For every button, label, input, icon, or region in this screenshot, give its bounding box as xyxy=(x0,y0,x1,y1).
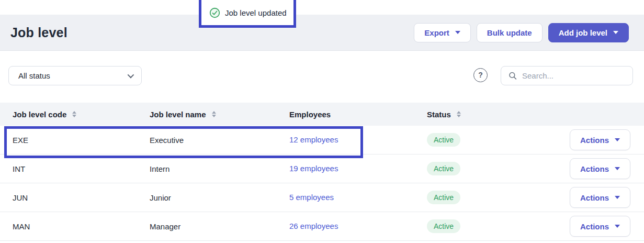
table-header-row: Job level code Job level name Employees … xyxy=(0,103,644,126)
column-header-label: Employees xyxy=(289,110,331,119)
job-level-name: Manager xyxy=(150,222,289,231)
toast-message: Job level updated xyxy=(225,8,287,17)
search-icon xyxy=(508,71,517,81)
sort-icon[interactable] xyxy=(457,111,461,117)
status-badge: Active xyxy=(427,191,460,204)
export-button-label: Export xyxy=(424,28,449,37)
column-header-job-level-name[interactable]: Job level name xyxy=(150,110,289,119)
status-badge: Active xyxy=(427,219,460,233)
chevron-down-icon xyxy=(455,31,460,34)
table-row-int: INT Intern 19 employees Active Actions xyxy=(0,154,644,183)
actions-button-label: Actions xyxy=(580,222,609,231)
table-row-jun: JUN Junior 5 employees Active Actions xyxy=(0,183,644,212)
employees-link[interactable]: 19 employees xyxy=(289,164,338,173)
employees-link[interactable]: 12 employees xyxy=(289,135,338,144)
help-icon[interactable]: ? xyxy=(473,68,488,82)
status-filter-value: All status xyxy=(18,71,50,80)
actions-button-label: Actions xyxy=(580,136,609,145)
column-header-label: Status xyxy=(427,110,451,119)
chevron-down-icon xyxy=(615,138,620,141)
employees-link[interactable]: 26 employees xyxy=(289,222,338,230)
table-row-man: MAN Manager 26 employees Active Actions xyxy=(0,212,644,241)
bulk-update-button-label: Bulk update xyxy=(487,28,532,37)
toast-annotation-box: Job level updated xyxy=(199,0,296,28)
check-circle-icon xyxy=(209,7,220,18)
chevron-down-icon xyxy=(613,31,618,34)
actions-button[interactable]: Actions xyxy=(570,158,630,179)
actions-button[interactable]: Actions xyxy=(570,216,630,237)
job-level-code: EXE xyxy=(13,136,150,145)
job-level-name: Executive xyxy=(150,136,289,145)
column-header-job-level-code[interactable]: Job level code xyxy=(13,110,150,119)
chevron-down-icon xyxy=(615,167,620,170)
search-box xyxy=(501,66,633,85)
export-button[interactable]: Export xyxy=(414,23,471,42)
table-row-exe: EXE Executive 12 employees Active Action… xyxy=(0,126,644,154)
column-header-label: Job level code xyxy=(13,110,66,119)
job-level-table: Job level code Job level name Employees … xyxy=(0,103,644,241)
page-title: Job level xyxy=(10,25,67,40)
status-badge: Active xyxy=(427,162,460,175)
bulk-update-button[interactable]: Bulk update xyxy=(477,23,543,42)
success-toast: Job level updated xyxy=(201,0,293,25)
chevron-down-icon xyxy=(615,196,620,199)
actions-button-label: Actions xyxy=(580,193,609,202)
job-level-code: MAN xyxy=(13,222,150,231)
actions-button[interactable]: Actions xyxy=(570,187,630,208)
actions-button[interactable]: Actions xyxy=(570,129,630,150)
page-header: Job level Export Bulk update Add job lev… xyxy=(0,15,644,51)
status-filter-select[interactable]: All status xyxy=(8,66,142,85)
add-job-level-button[interactable]: Add job level xyxy=(548,23,629,42)
column-header-label: Job level name xyxy=(150,110,206,119)
sort-icon[interactable] xyxy=(212,111,216,117)
job-level-code: INT xyxy=(13,164,150,173)
employees-link[interactable]: 5 employees xyxy=(289,193,334,202)
add-job-level-button-label: Add job level xyxy=(559,28,607,37)
sort-icon[interactable] xyxy=(72,111,76,117)
actions-button-label: Actions xyxy=(580,164,609,173)
search-input[interactable] xyxy=(522,71,626,80)
column-header-employees: Employees xyxy=(289,110,427,119)
chevron-down-icon xyxy=(615,225,620,228)
chevron-down-icon xyxy=(128,72,134,79)
job-level-name: Intern xyxy=(150,164,289,173)
header-actions: Export Bulk update Add job level xyxy=(414,23,629,42)
column-header-status[interactable]: Status xyxy=(427,110,552,119)
status-badge: Active xyxy=(427,133,460,147)
job-level-code: JUN xyxy=(13,193,150,202)
job-level-name: Junior xyxy=(150,193,289,202)
page: Job level Export Bulk update Add job lev… xyxy=(0,0,644,243)
